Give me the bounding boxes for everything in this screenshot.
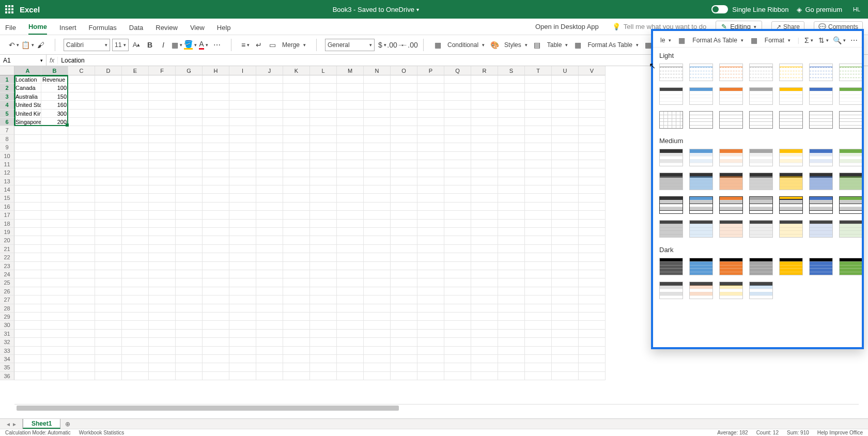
column-header-S[interactable]: S: [498, 66, 525, 75]
cell-S4[interactable]: [498, 101, 525, 109]
table-style-medium-dark-1[interactable]: [689, 173, 713, 190]
cell-M6[interactable]: [337, 118, 364, 126]
cell-N10[interactable]: [364, 152, 391, 160]
cell-K33[interactable]: [283, 347, 310, 355]
table-style-medium-0[interactable]: [659, 149, 683, 166]
cell-U31[interactable]: [552, 330, 579, 338]
cell-L23[interactable]: [310, 262, 337, 270]
table-style-medium-grid-1[interactable]: [689, 196, 713, 214]
cell-K31[interactable]: [283, 330, 310, 338]
column-header-P[interactable]: P: [417, 66, 444, 75]
cell-L18[interactable]: [310, 220, 337, 228]
cell-M28[interactable]: [337, 304, 364, 313]
cell-N19[interactable]: [364, 228, 391, 236]
cell-A5[interactable]: United Kin: [14, 110, 41, 118]
cell-A2[interactable]: Canada: [14, 84, 41, 92]
cell-P32[interactable]: [417, 338, 444, 346]
cell-R9[interactable]: [471, 143, 498, 151]
cell-A4[interactable]: United Sta: [14, 101, 41, 109]
cell-V30[interactable]: [579, 321, 606, 329]
cell-Q3[interactable]: [444, 92, 471, 101]
column-header-U[interactable]: U: [552, 66, 579, 75]
cell-U13[interactable]: [552, 177, 579, 185]
cell-A21[interactable]: [14, 245, 41, 253]
cell-D6[interactable]: [95, 118, 122, 126]
cell-O22[interactable]: [391, 253, 417, 261]
cell-D4[interactable]: [95, 101, 122, 109]
table-style-light-3[interactable]: [749, 87, 773, 105]
cell-T16[interactable]: [525, 203, 552, 211]
table-style-dark-6[interactable]: [839, 258, 862, 275]
cell-S27[interactable]: [498, 295, 525, 304]
cell-C29[interactable]: [68, 313, 95, 321]
cell-K5[interactable]: [283, 110, 310, 118]
cell-B25[interactable]: [41, 278, 68, 287]
row-header-35[interactable]: 35: [0, 363, 14, 371]
cell-P34[interactable]: [417, 355, 444, 363]
row-header-21[interactable]: 21: [0, 245, 14, 253]
cell-C24[interactable]: [68, 270, 95, 278]
tab-help[interactable]: Help: [217, 21, 231, 35]
cell-P22[interactable]: [417, 253, 444, 261]
cell-P19[interactable]: [417, 228, 444, 236]
cell-P21[interactable]: [417, 245, 444, 253]
cell-A13[interactable]: [14, 177, 41, 185]
cell-H29[interactable]: [203, 313, 229, 321]
cell-S18[interactable]: [498, 220, 525, 228]
cell-G14[interactable]: [176, 185, 203, 194]
row-header-28[interactable]: 28: [0, 304, 14, 313]
cell-D14[interactable]: [95, 185, 122, 194]
cell-J8[interactable]: [256, 135, 283, 143]
cell-O33[interactable]: [391, 347, 417, 355]
cell-H3[interactable]: [203, 92, 229, 101]
cell-B29[interactable]: [41, 313, 68, 321]
cell-M13[interactable]: [337, 177, 364, 185]
cell-C11[interactable]: [68, 160, 95, 168]
cell-M19[interactable]: [337, 228, 364, 236]
table-style-medium-dark-2[interactable]: [719, 173, 743, 190]
cell-G15[interactable]: [176, 194, 203, 202]
cell-L32[interactable]: [310, 338, 337, 346]
cell-B2[interactable]: 100: [41, 84, 68, 92]
cell-H26[interactable]: [203, 287, 229, 295]
cell-A15[interactable]: [14, 194, 41, 202]
cell-T31[interactable]: [525, 330, 552, 338]
cell-S30[interactable]: [498, 321, 525, 329]
cell-L28[interactable]: [310, 304, 337, 313]
cell-S32[interactable]: [498, 338, 525, 346]
font-name-select[interactable]: Calibri▾: [64, 39, 110, 51]
cell-I31[interactable]: [229, 330, 256, 338]
cell-H32[interactable]: [203, 338, 229, 346]
cell-B22[interactable]: [41, 253, 68, 261]
cell-U20[interactable]: [552, 236, 579, 244]
cell-T20[interactable]: [525, 236, 552, 244]
cell-Q10[interactable]: [444, 152, 471, 160]
cell-G25[interactable]: [176, 278, 203, 287]
cell-L34[interactable]: [310, 355, 337, 363]
cell-M2[interactable]: [337, 84, 364, 92]
cell-I5[interactable]: [229, 110, 256, 118]
cell-E31[interactable]: [122, 330, 149, 338]
cell-N13[interactable]: [364, 177, 391, 185]
table-style-light-grid-4[interactable]: [779, 111, 803, 129]
cell-G4[interactable]: [176, 101, 203, 109]
cell-R35[interactable]: [471, 363, 498, 371]
cell-N24[interactable]: [364, 270, 391, 278]
cell-I3[interactable]: [229, 92, 256, 101]
cell-M34[interactable]: [337, 355, 364, 363]
cell-U7[interactable]: [552, 126, 579, 134]
cell-O31[interactable]: [391, 330, 417, 338]
cell-O26[interactable]: [391, 287, 417, 295]
cell-F25[interactable]: [149, 278, 176, 287]
cell-L33[interactable]: [310, 347, 337, 355]
cell-G36[interactable]: [176, 372, 203, 380]
cell-L35[interactable]: [310, 363, 337, 371]
cell-J14[interactable]: [256, 185, 283, 194]
cell-U25[interactable]: [552, 278, 579, 287]
cell-D33[interactable]: [95, 347, 122, 355]
cell-A27[interactable]: [14, 295, 41, 304]
cell-T34[interactable]: [525, 355, 552, 363]
cell-T12[interactable]: [525, 168, 552, 177]
cell-F16[interactable]: [149, 203, 176, 211]
cell-N1[interactable]: [364, 75, 391, 84]
